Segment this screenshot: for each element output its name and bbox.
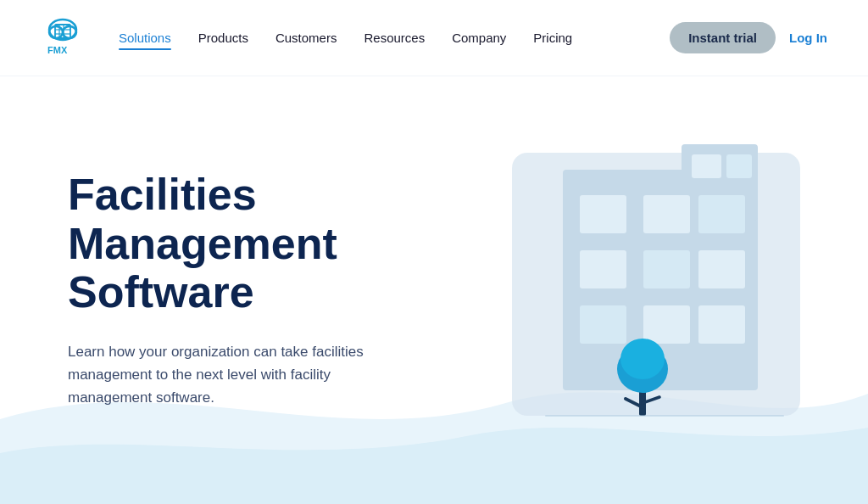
nav-resources[interactable]: Resources xyxy=(364,31,425,45)
svg-rect-18 xyxy=(580,305,626,344)
instant-trial-button[interactable]: Instant trial xyxy=(670,22,776,53)
login-button[interactable]: Log In xyxy=(789,31,827,45)
svg-rect-17 xyxy=(698,250,745,288)
nav-pricing[interactable]: Pricing xyxy=(533,31,572,45)
svg-point-27 xyxy=(620,339,665,379)
svg-rect-12 xyxy=(580,195,626,233)
svg-rect-22 xyxy=(726,154,752,178)
svg-text:FMX: FMX xyxy=(47,45,68,55)
header-actions: Instant trial Log In xyxy=(670,22,827,53)
nav-company[interactable]: Company xyxy=(452,31,506,45)
fmx-logo-icon: FMX xyxy=(41,16,85,60)
hero-illustration xyxy=(478,102,817,458)
svg-rect-15 xyxy=(580,250,626,288)
nav-solutions[interactable]: Solutions xyxy=(119,31,171,45)
svg-point-1 xyxy=(49,26,63,38)
svg-rect-13 xyxy=(643,195,690,233)
logo[interactable]: FMX xyxy=(41,16,85,60)
svg-rect-14 xyxy=(698,195,745,233)
svg-rect-21 xyxy=(692,154,721,178)
svg-rect-20 xyxy=(698,305,745,344)
hero-title: Facilities Management Software xyxy=(68,171,390,316)
nav-customers[interactable]: Customers xyxy=(275,31,337,45)
svg-rect-19 xyxy=(643,305,690,344)
nav-products[interactable]: Products xyxy=(198,31,248,45)
svg-point-2 xyxy=(63,26,76,38)
hero-content: Facilities Management Software Learn how… xyxy=(0,171,390,409)
hero-description: Learn how your organization can take fac… xyxy=(68,340,390,410)
main-nav: Solutions Products Customers Resources C… xyxy=(119,31,670,45)
hero-section: Facilities Management Software Learn how… xyxy=(0,76,868,504)
svg-rect-16 xyxy=(643,250,690,288)
